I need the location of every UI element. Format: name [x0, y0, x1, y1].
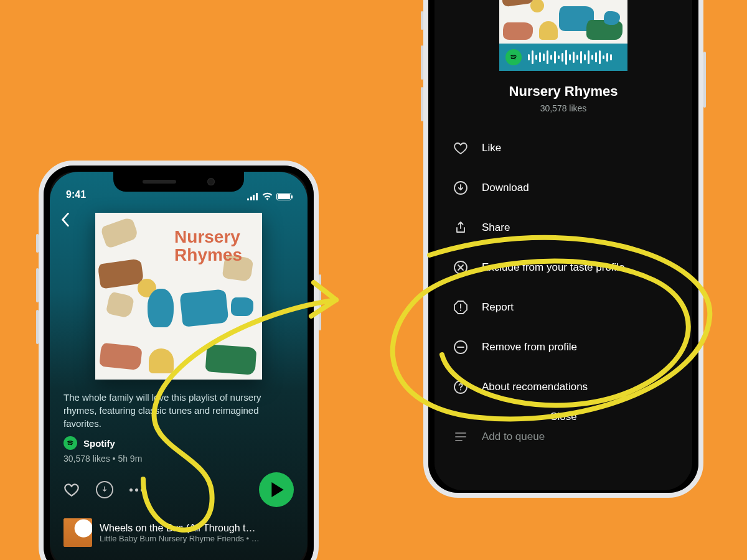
- spotify-code-icon: [528, 50, 621, 65]
- menu-item-download[interactable]: Download: [435, 168, 692, 208]
- menu-label: Like: [482, 142, 501, 154]
- playlist-screen: 9:41: [50, 172, 308, 560]
- context-menu: Like Download Share Exclude from your ta…: [435, 128, 692, 457]
- back-button[interactable]: [61, 213, 70, 229]
- playlist-cover[interactable]: Nursery Rhymes: [95, 213, 262, 380]
- share-icon: [453, 220, 468, 235]
- cover-title: Nursery Rhymes: [174, 228, 242, 264]
- close-button[interactable]: Close: [435, 411, 692, 423]
- menu-label: Report: [482, 301, 514, 314]
- signal-icon: [247, 193, 258, 200]
- status-time: 9:41: [66, 189, 86, 200]
- phone-right: Nursery Rhymes 30,578 likes Like Downloa…: [423, 0, 703, 498]
- side-button: [421, 11, 423, 30]
- context-menu-title: Nursery Rhymes: [435, 83, 692, 100]
- question-icon: [453, 380, 468, 394]
- more-button[interactable]: [129, 488, 144, 492]
- download-button[interactable]: [96, 481, 113, 498]
- menu-item-report[interactable]: Report: [435, 287, 692, 327]
- exclude-icon: [453, 260, 468, 275]
- side-button: [36, 234, 39, 253]
- context-menu-screen: Nursery Rhymes 30,578 likes Like Downloa…: [435, 0, 692, 490]
- playlist-byline[interactable]: Spotify: [50, 430, 308, 450]
- download-icon: [453, 180, 468, 195]
- queue-icon: [453, 429, 468, 444]
- menu-item-exclude[interactable]: Exclude from your taste profile: [435, 248, 692, 287]
- spotify-logo-icon: [63, 436, 77, 450]
- menu-label: Exclude from your taste profile: [482, 261, 625, 274]
- notch: [113, 172, 244, 192]
- wifi-icon: [262, 192, 273, 200]
- menu-item-share[interactable]: Share: [435, 208, 692, 248]
- heart-icon: [453, 141, 468, 156]
- side-button: [36, 310, 39, 344]
- menu-label: Remove from profile: [482, 341, 577, 353]
- report-icon: [453, 300, 468, 315]
- like-button[interactable]: [63, 482, 80, 498]
- track-row[interactable]: Wheels on the Bus (All Through t… Little…: [50, 507, 308, 547]
- menu-label: Share: [482, 222, 510, 234]
- by-label: Spotify: [83, 438, 115, 449]
- remove-icon: [453, 340, 468, 355]
- spotify-logo-icon: [505, 49, 522, 65]
- side-button: [703, 52, 706, 108]
- side-button: [421, 87, 423, 121]
- context-menu-cover: [499, 0, 627, 71]
- menu-label: Download: [482, 182, 529, 194]
- track-artist: Little Baby Bum Nursery Rhyme Friends • …: [100, 534, 260, 543]
- menu-item-like[interactable]: Like: [435, 128, 692, 168]
- playlist-description: The whole family will love this playlist…: [50, 380, 308, 430]
- side-button: [421, 45, 423, 80]
- menu-label: Add to queue: [482, 431, 545, 443]
- menu-item-remove[interactable]: Remove from profile: [435, 327, 692, 367]
- side-button: [319, 274, 321, 330]
- playlist-meta: 30,578 likes • 5h 9m: [50, 450, 308, 464]
- play-button[interactable]: [259, 472, 294, 507]
- track-art: [63, 518, 92, 547]
- menu-item-queue[interactable]: Add to queue: [435, 423, 692, 457]
- side-button: [36, 268, 39, 302]
- context-menu-likes: 30,578 likes: [435, 103, 692, 113]
- phone-left: 9:41: [39, 161, 319, 560]
- menu-label: About recomendations: [482, 381, 588, 393]
- battery-icon: [276, 193, 291, 200]
- menu-item-about[interactable]: About recomendations: [435, 367, 692, 407]
- track-title: Wheels on the Bus (All Through t…: [100, 523, 260, 534]
